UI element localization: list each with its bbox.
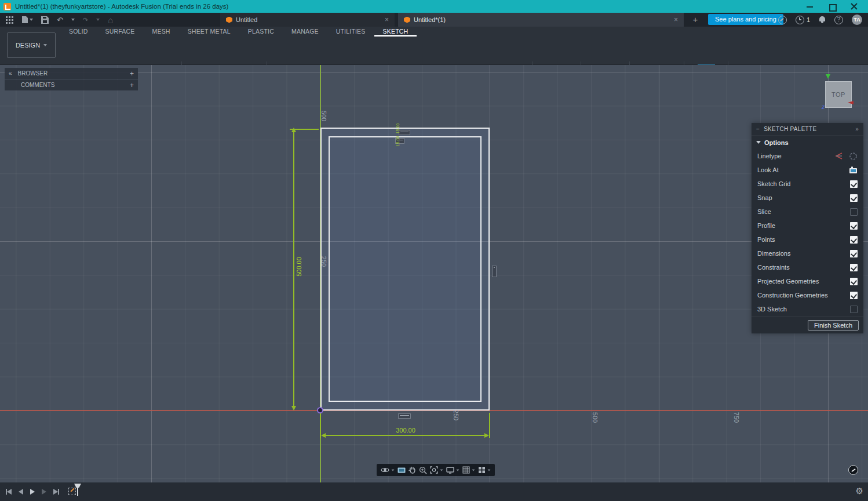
tab-mesh[interactable]: MESH [144, 27, 179, 37]
document-tab-untitled[interactable]: Untitled × [220, 13, 395, 27]
palette-minimize-icon[interactable]: − [756, 126, 760, 132]
browser-expand-icon[interactable]: + [130, 70, 134, 78]
tab-sketch[interactable]: SKETCH [374, 27, 417, 37]
home-icon[interactable]: ⌂ [108, 16, 113, 24]
dimension-value-vertical[interactable]: 500.00 [296, 252, 302, 282]
timeline-skip-end-button[interactable] [53, 489, 59, 495]
slice-checkbox[interactable] [850, 208, 858, 216]
dimensions-checkbox[interactable] [850, 250, 858, 257]
tab-manage[interactable]: MANAGE [283, 27, 327, 37]
palette-expand-icon[interactable]: » [855, 126, 859, 132]
workspace-selector[interactable]: DESIGN [7, 32, 56, 58]
undo-icon[interactable]: ↶ [57, 16, 63, 24]
timeline-bar [0, 482, 868, 501]
grid-settings-icon[interactable] [462, 466, 475, 474]
dimension-widget-icon[interactable] [492, 266, 497, 277]
notifications-bell-icon[interactable] [819, 16, 826, 23]
see-plans-button[interactable]: See plans and pricing [708, 14, 783, 25]
display-settings-icon[interactable] [446, 467, 459, 474]
dimension-line-horizontal[interactable] [322, 435, 488, 436]
linetype-normal-icon[interactable] [834, 152, 843, 160]
tab-close-icon[interactable]: × [385, 16, 389, 24]
ribbon-tab-row: SOLID SURFACE MESH SHEET METAL PLASTIC M… [60, 27, 417, 37]
linetype-construction-icon[interactable] [849, 152, 858, 161]
tab-utilities[interactable]: UTILITIES [327, 27, 374, 37]
palette-title: SKETCH PALETTE [764, 126, 816, 132]
viewcube[interactable]: TOP [825, 81, 852, 108]
timeline-play-button[interactable] [30, 489, 35, 495]
performance-status-icon[interactable] [848, 465, 858, 475]
construction-geometries-checkbox[interactable] [850, 292, 858, 299]
projected-geometries-checkbox[interactable] [850, 278, 858, 285]
tab-solid[interactable]: SOLID [60, 27, 97, 37]
pan-icon[interactable] [409, 466, 416, 474]
points-checkbox[interactable] [850, 236, 858, 244]
document-tab-untitled-1[interactable]: Untitled*(1) × [398, 13, 684, 27]
grid-label-x: 750 [733, 412, 740, 423]
tab-plastic[interactable]: PLASTIC [239, 27, 283, 37]
zoom-icon[interactable] [419, 466, 427, 474]
tab-close-icon[interactable]: × [674, 16, 678, 24]
dimension-widget-icon[interactable] [398, 413, 411, 419]
look-at-view-icon[interactable] [397, 467, 406, 474]
save-icon[interactable] [41, 16, 49, 24]
3d-sketch-checkbox[interactable] [850, 306, 858, 313]
job-status-icon[interactable] [796, 16, 804, 24]
offset-dimension-value[interactable]: 15.00 [396, 124, 400, 134]
app-grid-icon[interactable] [6, 16, 13, 24]
look-at-icon[interactable] [849, 166, 858, 174]
constraints-checkbox[interactable] [850, 264, 858, 271]
fusion-doc-icon [226, 17, 232, 23]
orbit-icon[interactable] [381, 466, 395, 474]
redo-icon[interactable]: ↷ [83, 17, 88, 23]
comments-panel-header[interactable]: COMMENTS + [5, 79, 138, 90]
dimension-widget-icon[interactable] [399, 130, 410, 135]
file-menu-icon[interactable] [21, 16, 33, 24]
window-title: Untitled*(1) (theyfunkyartstore) - Autod… [15, 3, 228, 10]
finish-sketch-button[interactable]: Finish Sketch [808, 320, 859, 331]
sketch-grid-checkbox[interactable] [850, 180, 858, 188]
profile-checkbox[interactable] [850, 222, 858, 230]
offset-dimension-value[interactable]: 15.00 [396, 136, 400, 147]
palette-row-linetype: Linetype [752, 149, 863, 163]
comments-expand-icon[interactable]: + [130, 81, 134, 89]
tab-surface[interactable]: SURFACE [97, 27, 144, 37]
dimension-line-vertical[interactable] [293, 130, 294, 409]
fit-icon[interactable] [430, 466, 443, 474]
browser-panel-header[interactable]: « BROWSER + [5, 68, 138, 79]
extensions-icon[interactable] [778, 16, 787, 24]
title-bar: Untitled*(1) (theyfunkyartstore) - Autod… [0, 0, 868, 13]
dimension-arrow-left [321, 433, 326, 438]
tab-label: Untitled [236, 16, 257, 23]
viewcube-z-label: z [822, 103, 825, 110]
snap-checkbox[interactable] [850, 194, 858, 202]
section-collapse-icon[interactable] [756, 141, 761, 144]
viewports-icon[interactable] [478, 466, 491, 474]
timeline-position-marker[interactable] [74, 484, 81, 496]
timeline-step-forward-button[interactable] [42, 489, 46, 495]
sketch-rectangle-inner[interactable] [329, 136, 482, 402]
close-icon[interactable] [851, 3, 858, 10]
help-icon[interactable]: ? [834, 16, 843, 24]
viewcube-y-arrow-icon[interactable] [826, 74, 830, 79]
undo-caret-icon[interactable] [71, 19, 75, 21]
palette-row-dimensions: Dimensions [752, 246, 863, 260]
palette-options-section[interactable]: Options [752, 136, 863, 149]
tab-sheet-metal[interactable]: SHEET METAL [179, 27, 239, 37]
avatar[interactable]: TA [852, 14, 862, 25]
timeline-step-back-button[interactable] [19, 489, 23, 495]
sketch-origin-point[interactable] [317, 407, 323, 413]
job-count: 1 [807, 16, 810, 23]
panel-collapse-icon[interactable]: « [9, 70, 12, 77]
gear-icon[interactable]: ⚙ [856, 486, 863, 496]
new-tab-button[interactable]: + [690, 14, 701, 26]
dimension-value-horizontal[interactable]: 300.00 [389, 427, 422, 434]
dimension-extension-right [489, 413, 490, 438]
redo-caret-icon[interactable] [96, 19, 100, 21]
timeline-skip-start-button[interactable] [6, 489, 12, 495]
minimize-icon[interactable] [807, 3, 814, 10]
sketch-canvas[interactable]: 500.00 300.00 15.00 15.00 500 250 250 50… [0, 65, 868, 482]
palette-row-profile: Profile [752, 219, 863, 233]
maximize-icon[interactable] [829, 3, 836, 10]
palette-row-constraints: Constraints [752, 260, 863, 274]
